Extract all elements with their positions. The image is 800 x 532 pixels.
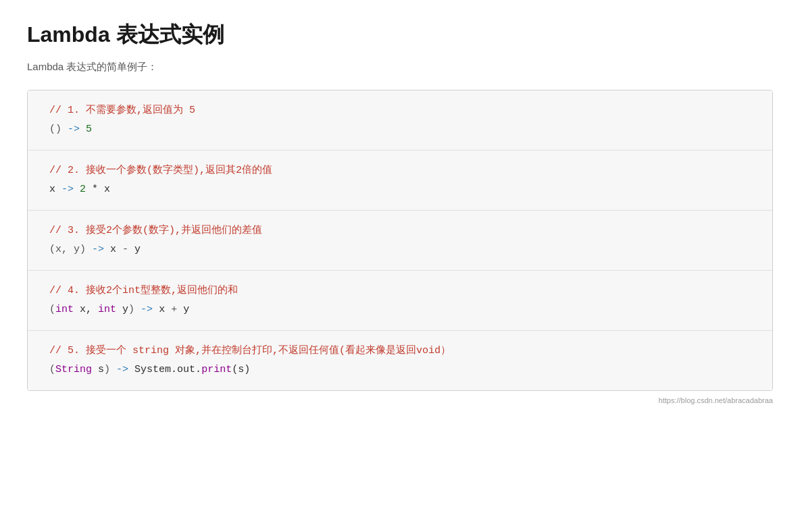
num-1: 5	[86, 124, 92, 135]
paren-4: )	[128, 304, 134, 315]
code-line-4: (int x, int y) -> x + y	[49, 302, 756, 318]
num-2: 2	[80, 184, 86, 195]
page-subtitle: Lambda 表达式的简单例子：	[27, 61, 773, 74]
code-block-3: // 3. 接受2个参数(数字),并返回他们的差值 (x, y) -> x - …	[28, 211, 772, 271]
comment-3: // 3. 接受2个参数(数字),并返回他们的差值	[49, 223, 756, 239]
code-block-4: // 4. 接收2个int型整数,返回他们的和 (int x, int y) -…	[28, 271, 772, 331]
comment-5: // 5. 接受一个 string 对象,并在控制台打印,不返回任何值(看起来像…	[49, 343, 756, 359]
page-title: Lambda 表达式实例	[27, 20, 773, 50]
op-1: *	[92, 184, 104, 195]
space-9: y	[183, 304, 189, 315]
arrow-4: ->	[141, 304, 153, 315]
arrow-5: ->	[116, 364, 128, 375]
comment-4: // 4. 接收2个int型整数,返回他们的和	[49, 283, 756, 299]
arrow-1: ->	[68, 124, 80, 135]
comment-1: // 1. 不需要参数,返回值为 5	[49, 103, 756, 119]
code-container: // 1. 不需要参数,返回值为 5 () -> 5 // 2. 接收一个参数(…	[27, 90, 773, 391]
space-11: System.out.	[134, 364, 201, 375]
space-5: x	[110, 244, 122, 255]
kw-print: print	[201, 364, 232, 375]
paren-3: (	[49, 304, 55, 315]
paren-2: (x, y)	[49, 244, 86, 255]
paren-5: (	[49, 364, 55, 375]
code-line-2: x -> 2 * x	[49, 182, 756, 198]
paren-1: ()	[49, 124, 61, 135]
paren-6: )	[104, 364, 110, 375]
code-block-2: // 2. 接收一个参数(数字类型),返回其2倍的值 x -> 2 * x	[28, 151, 772, 211]
kw-string: String	[55, 364, 92, 375]
code-line-5: (String s) -> System.out.print(s)	[49, 362, 756, 378]
space-6: y	[134, 244, 141, 255]
code-line-1: () -> 5	[49, 122, 756, 138]
code-block-1: // 1. 不需要参数,返回值为 5 () -> 5	[28, 90, 772, 151]
code-block-5: // 5. 接受一个 string 对象,并在控制台打印,不返回任何值(看起来像…	[28, 331, 772, 390]
op-3: +	[171, 304, 177, 315]
comment-2: // 2. 接收一个参数(数字类型),返回其2倍的值	[49, 163, 756, 179]
kw-int-1: int	[55, 304, 74, 315]
watermark: https://blog.csdn.net/abracadabraa	[27, 396, 773, 404]
space-8: x	[159, 304, 171, 315]
kw-int-2: int	[98, 304, 116, 315]
arrow-3: ->	[92, 244, 104, 255]
arrow-2: ->	[61, 184, 74, 195]
op-2: -	[122, 244, 128, 255]
code-line-3: (x, y) -> x - y	[49, 242, 756, 258]
